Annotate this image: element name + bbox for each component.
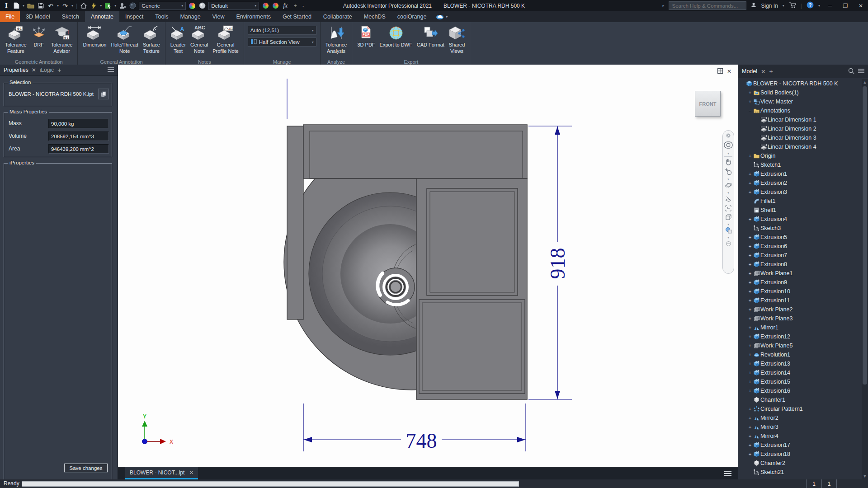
sign-in-button[interactable]: Sign In [761, 3, 778, 9]
navigation-wheel-caret-icon[interactable]: ▾ [727, 152, 729, 155]
zoom-selected-icon[interactable] [725, 205, 731, 213]
linear-dimension-vertical[interactable]: 918 [528, 126, 572, 399]
tree-item-shell1[interactable]: Shell1 [738, 206, 862, 215]
tree-item-sketch3[interactable]: Sketch3 [738, 224, 862, 233]
tree-item-work-plane2[interactable]: +Work Plane2 [738, 305, 862, 314]
expander-icon[interactable]: + [747, 442, 753, 448]
expander-icon[interactable]: + [747, 361, 753, 366]
orbit-icon[interactable] [725, 182, 732, 191]
tree-item-extrusion8[interactable]: +Extrusion8 [738, 260, 862, 269]
tolerance-feature-button[interactable]: ⊕1ToleranceFeature [4, 24, 28, 56]
half-section-view-dropdown[interactable]: Half Section View▾ [248, 38, 316, 47]
tree-item-extrusion2[interactable]: +Extrusion2 [738, 178, 862, 188]
tree-item-blower-nicotra-rdh-500-k[interactable]: BLOWER - NICOTRA RDH 500 K [738, 79, 862, 88]
export-to-dwf-button[interactable]: Export to DWF [378, 24, 414, 49]
scroll-up-icon[interactable]: ▲ [862, 80, 868, 84]
cube-caret-icon[interactable]: ▾ [727, 223, 729, 226]
expander-icon[interactable]: + [747, 370, 753, 375]
tree-item-extrusion18[interactable]: +Extrusion18 [738, 450, 862, 459]
auto-12-51-dropdown[interactable]: Auto (12,51)▾ [248, 26, 316, 35]
tree-item-extrusion16[interactable]: +Extrusion16 [738, 386, 862, 395]
expander-icon[interactable]: + [747, 244, 753, 249]
tree-item-linear-dimension-2[interactable]: Linear Dimension 2 [738, 124, 862, 133]
browser-menu-icon[interactable] [858, 68, 864, 75]
navbar-collapse-icon[interactable] [726, 240, 731, 248]
tree-item-linear-dimension-3[interactable]: Linear Dimension 3 [738, 133, 862, 142]
restore-button[interactable]: ❐ [840, 3, 851, 9]
zoom-caret-icon[interactable]: ▾ [727, 178, 729, 181]
tree-scrollbar[interactable]: ▲ ▼ [862, 79, 868, 479]
ribbon-tab-tools[interactable]: Tools [149, 11, 174, 22]
tree-item-extrusion6[interactable]: +Extrusion6 [738, 242, 862, 251]
tree-item-extrusion10[interactable]: +Extrusion10 [738, 287, 862, 296]
tree-item-work-plane1[interactable]: +Work Plane1 [738, 269, 862, 278]
tree-item-linear-dimension-1[interactable]: Linear Dimension 1 [738, 115, 862, 124]
select-tool-button[interactable] [104, 1, 112, 10]
dropdown-caret-icon[interactable]: ▾ [312, 40, 314, 44]
qat-customize-caret-icon[interactable]: ⌄ [302, 4, 305, 8]
scroll-down-icon[interactable]: ▼ [862, 474, 868, 479]
panel-menu-icon[interactable] [108, 67, 114, 73]
appearance-caret-icon[interactable]: ▾ [255, 4, 256, 8]
new-file-caret-icon[interactable]: ▾ [23, 4, 24, 8]
redo-button[interactable]: ↷ [61, 1, 69, 10]
ilogic-lightning-icon[interactable] [90, 1, 97, 10]
ribbon-tab-annotate[interactable]: Annotate [85, 11, 119, 22]
expander-icon[interactable]: + [747, 388, 753, 394]
tree-item-extrusion15[interactable]: +Extrusion15 [738, 377, 862, 386]
expander-icon[interactable]: + [747, 334, 753, 339]
adjust-color-add-icon[interactable] [262, 1, 269, 10]
add-panel-tab-icon[interactable]: + [57, 66, 61, 74]
copy-selection-button[interactable] [98, 89, 109, 99]
zoom-icon[interactable] [725, 168, 732, 177]
tree-item-extrusion3[interactable]: +Extrusion3 [738, 188, 862, 197]
tab-model[interactable]: Model [742, 68, 757, 75]
open-button[interactable] [27, 1, 34, 10]
redo-caret-icon[interactable]: ▾ [71, 4, 73, 8]
tree-item-sketch1[interactable]: Sketch1 [738, 160, 862, 169]
tree-item-extrusion4[interactable]: +Extrusion4 [738, 215, 862, 224]
tree-item-extrusion14[interactable]: +Extrusion14 [738, 368, 862, 377]
select-caret-icon[interactable]: ▾ [114, 4, 116, 8]
tree-item-view-master[interactable]: +View: Master [738, 97, 862, 106]
orbit-caret-icon[interactable]: ▾ [727, 192, 729, 194]
person-icon[interactable] [119, 1, 126, 10]
cloud-sync-icon[interactable]: ▾ [432, 11, 451, 22]
expander-icon[interactable]: + [747, 235, 753, 240]
ribbon-tab-get-started[interactable]: Get Started [277, 11, 317, 22]
tree-scrollbar-thumb[interactable] [863, 86, 867, 385]
view-cube[interactable]: FRONT [695, 91, 721, 117]
ribbon-tab-file[interactable]: File [0, 11, 20, 22]
home-button[interactable] [80, 1, 87, 10]
shared-views-button[interactable]: SharedViews [448, 24, 466, 56]
expander-icon[interactable]: + [747, 379, 753, 385]
help-icon[interactable]: ? [807, 1, 814, 10]
expander-icon[interactable]: + [747, 307, 753, 312]
general-profile-note-button[interactable]: .01GeneralProfile Note [211, 24, 240, 56]
tab-properties[interactable]: Properties ✕ [4, 67, 36, 73]
expander-icon[interactable]: + [747, 262, 753, 267]
tree-item-extrusion11[interactable]: +Extrusion11 [738, 296, 862, 305]
sphere-caret-icon[interactable]: ▾ [727, 236, 729, 239]
expander-icon[interactable]: + [747, 343, 753, 348]
horizontal-scrollbar[interactable] [22, 481, 519, 487]
tree-item-work-plane5[interactable]: +Work Plane5 [738, 341, 862, 350]
expander-icon[interactable]: − [747, 108, 753, 113]
ribbon-tab-sketch[interactable]: Sketch [56, 11, 85, 22]
properties-tab-close-icon[interactable]: ✕ [32, 67, 36, 73]
search-input[interactable] [669, 1, 746, 10]
expander-icon[interactable]: + [747, 352, 753, 357]
tree-item-extrusion5[interactable]: +Extrusion5 [738, 233, 862, 242]
navigation-wheel-icon[interactable] [724, 141, 733, 151]
expander-icon[interactable]: + [747, 216, 753, 222]
document-tabs-menu-icon[interactable] [724, 470, 731, 478]
ribbon-tab-collaborate[interactable]: Collaborate [317, 11, 358, 22]
linear-dimension-horizontal[interactable]: 748 [303, 404, 526, 452]
material-dropdown[interactable]: Generic ▾ [139, 2, 186, 10]
expander-icon[interactable]: + [747, 90, 753, 95]
expander-icon[interactable]: + [747, 99, 753, 104]
tree-item-work-plane3[interactable]: +Work Plane3 [738, 314, 862, 323]
undo-caret-icon[interactable]: ▾ [57, 4, 59, 8]
cad-format-button[interactable]: CAD Format [415, 24, 446, 49]
expander-icon[interactable]: + [747, 424, 753, 430]
